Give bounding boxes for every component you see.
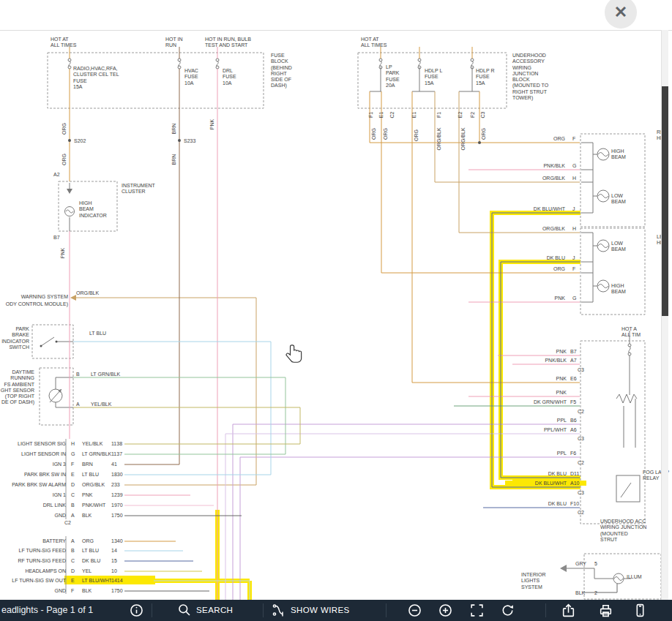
search-label: SEARCH xyxy=(196,606,233,614)
wires-pnk xyxy=(70,47,580,600)
info-icon xyxy=(129,603,144,618)
scrollbar-thumb[interactable] xyxy=(662,86,668,316)
highlight-row-bcm xyxy=(64,576,155,584)
fit-to-screen-button[interactable] xyxy=(469,603,485,618)
show-wires-label: SHOW WIRES xyxy=(291,606,350,614)
print-button[interactable] xyxy=(598,603,613,618)
wires-lt-blu xyxy=(73,342,271,551)
toolbar-separator xyxy=(152,603,152,617)
zoom-in-icon xyxy=(438,603,453,618)
mobile-device-icon xyxy=(632,603,648,618)
highlight-row-junction xyxy=(512,478,580,486)
search-button[interactable]: SEARCH xyxy=(177,603,233,617)
fuse-symbols xyxy=(68,59,631,355)
wiring-diagram-graphics xyxy=(0,0,672,600)
wires-org-blk xyxy=(73,91,580,485)
print-icon xyxy=(598,603,613,618)
reset-view-icon xyxy=(500,603,515,618)
fit-to-screen-icon xyxy=(469,603,485,618)
search-icon xyxy=(177,603,192,617)
viewer-header xyxy=(0,0,672,31)
reset-view-button[interactable] xyxy=(500,603,515,618)
bottom-toolbar: eadlights - Page 1 of 1 SEARCH SHOW WIRE… xyxy=(0,600,672,621)
toolbar-separator xyxy=(545,603,546,617)
diagram-canvas[interactable]: HOT AT ALL TIMESHOT IN RUNHOT IN RUN, BU… xyxy=(0,0,672,600)
wires-dk-blu xyxy=(124,213,580,561)
export-button[interactable] xyxy=(561,603,576,618)
page-title: eadlights - Page 1 of 1 xyxy=(1,605,93,615)
info-button[interactable] xyxy=(129,603,144,618)
wires-yel-blk xyxy=(73,407,300,444)
show-wires-icon xyxy=(272,603,286,617)
wires-lt-blu-wht xyxy=(154,581,250,600)
show-wires-button[interactable]: SHOW WIRES xyxy=(272,603,350,617)
wires-ppl-wht xyxy=(225,434,580,600)
hand-cursor xyxy=(285,344,305,364)
toolbar-separator xyxy=(386,603,387,617)
wires-org xyxy=(70,47,580,541)
vertical-scrollbar[interactable] xyxy=(661,30,668,600)
zoom-in-button[interactable] xyxy=(438,603,453,618)
wires-ppl xyxy=(233,424,580,600)
zoom-out-button[interactable] xyxy=(407,603,422,618)
wires-brn xyxy=(124,47,179,464)
splice-dots xyxy=(40,139,482,347)
dashed-boxes xyxy=(32,53,661,599)
send-to-device-button[interactable] xyxy=(632,603,648,618)
export-icon xyxy=(561,603,576,618)
wiring-diagram-viewer: HOT AT ALL TIMESHOT IN RUNHOT IN RUN, BU… xyxy=(0,0,672,621)
component-internals xyxy=(41,67,640,579)
zoom-out-icon xyxy=(407,603,422,618)
toolbar-separator xyxy=(263,603,264,617)
